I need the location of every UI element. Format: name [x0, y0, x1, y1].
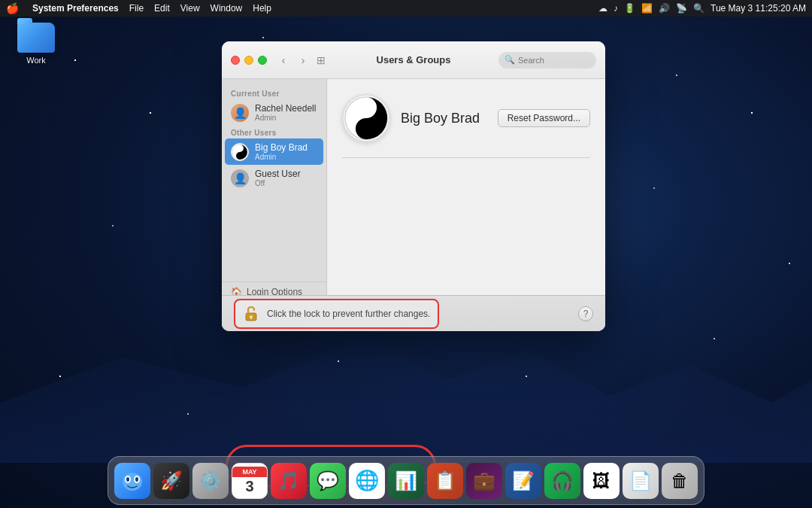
menu-view[interactable]: View [180, 3, 200, 14]
main-panel: Big Boy Brad Reset Password... Allow use… [327, 79, 605, 331]
bigboy-avatar [231, 143, 249, 161]
menubar-left: 🍎 System Preferences File Edit View Wind… [6, 2, 271, 14]
current-user-label: Current User [222, 87, 326, 99]
menubar: 🍎 System Preferences File Edit View Wind… [0, 0, 812, 17]
dock-icon-finder[interactable] [114, 463, 150, 499]
back-button[interactable]: ‹ [276, 53, 291, 68]
search-menu-icon[interactable]: 🔍 [693, 3, 704, 14]
divider [342, 157, 590, 158]
menu-help[interactable]: Help [253, 3, 271, 14]
search-bar[interactable]: 🔍 [498, 52, 596, 68]
window-bottom: Click the lock to prevent further change… [222, 295, 605, 331]
svg-point-14 [135, 477, 138, 482]
dock: 🚀 ⚙️ MAY 3 🎵 💬 🌐 📊 📋 💼 📝 🎧 🖼 📄 🗑 [108, 456, 704, 505]
maximize-button[interactable] [258, 56, 267, 65]
desktop: 🍎 System Preferences File Edit View Wind… [0, 0, 812, 508]
window-title: Users & Groups [377, 54, 451, 65]
guest-avatar: 👤 [231, 169, 249, 187]
wifi-icon: 📶 [641, 3, 653, 14]
folder-label: Work [26, 56, 45, 65]
menubar-right: ☁ ♪ 🔋 📶 🔊 📡 🔍 Tue May 3 11:25:20 AM [598, 3, 806, 14]
help-button[interactable]: ? [578, 306, 593, 321]
reset-password-button[interactable]: Reset Password... [498, 109, 590, 127]
dock-icon-powerpoint[interactable]: 📋 [427, 463, 463, 499]
svg-point-2 [238, 154, 241, 157]
dock-icon-calendar[interactable]: MAY 3 [232, 463, 268, 499]
sidebar-item-rachel[interactable]: 👤 Rachel Needell Admin [222, 99, 326, 126]
bigboy-name: Big Boy Brad [255, 142, 308, 153]
rachel-avatar: 👤 [231, 104, 249, 122]
dropbox-icon: ☁ [598, 3, 607, 14]
search-icon: 🔍 [504, 55, 515, 65]
dock-icon-slack[interactable]: 💼 [466, 463, 502, 499]
dock-icon-photos[interactable]: 🖼 [583, 463, 620, 499]
svg-point-5 [362, 124, 370, 132]
sidebar-item-bigboy[interactable]: Big Boy Brad Admin [225, 138, 323, 165]
dock-icon-music[interactable]: 🎵 [271, 463, 307, 499]
guest-role: Off [255, 179, 301, 187]
search-input[interactable] [518, 56, 590, 65]
lock-icon-container [243, 305, 261, 323]
user-header: Big Boy Brad Reset Password... [342, 94, 590, 142]
rachel-info: Rachel Needell Admin [255, 103, 316, 122]
clock: Tue May 3 11:25:20 AM [710, 3, 806, 14]
bigboy-info: Big Boy Brad Admin [255, 142, 308, 161]
menu-file[interactable]: File [129, 3, 144, 14]
dock-icon-messages[interactable]: 💬 [310, 463, 346, 499]
lock-text: Click the lock to prevent further change… [267, 309, 430, 319]
close-button[interactable] [231, 56, 240, 65]
battery-icon: 🔋 [624, 3, 635, 14]
app-name[interactable]: System Preferences [32, 3, 119, 14]
selected-yin-yang [344, 96, 389, 141]
folder-icon [17, 23, 55, 53]
finder-face-icon [120, 469, 144, 493]
grid-button[interactable]: ⊞ [314, 53, 329, 68]
users-groups-window: ‹ › ⊞ Users & Groups 🔍 Current User 👤 [222, 41, 605, 331]
other-users-label: Other Users [222, 126, 326, 138]
svg-point-1 [238, 147, 241, 150]
rachel-name: Rachel Needell [255, 103, 316, 114]
guest-info: Guest User Off [255, 169, 301, 187]
dock-icon-trash[interactable]: 🗑 [662, 463, 698, 499]
selected-user-name: Big Boy Brad [401, 111, 480, 126]
sidebar-item-guest[interactable]: 👤 Guest User Off [222, 165, 326, 191]
guest-name: Guest User [255, 169, 301, 179]
dock-icon-launchpad[interactable]: 🚀 [153, 463, 189, 499]
selected-user-avatar [342, 94, 390, 142]
yin-yang-icon [232, 143, 248, 161]
window-controls [231, 56, 267, 65]
svg-point-4 [362, 103, 370, 111]
dock-icon-chrome[interactable]: 🌐 [349, 463, 385, 499]
window-content: Current User 👤 Rachel Needell Admin Othe… [222, 79, 605, 331]
bluetooth-icon: 📡 [676, 3, 687, 14]
dock-icon-spotify[interactable]: 🎧 [544, 463, 580, 499]
audio-icon: ♪ [614, 3, 618, 14]
svg-rect-8 [250, 317, 252, 319]
bigboy-role: Admin [255, 153, 308, 161]
dock-icon-excel[interactable]: 📊 [388, 463, 424, 499]
volume-icon: 🔊 [659, 3, 670, 14]
dock-icon-preview[interactable]: 📄 [623, 463, 659, 499]
menu-window[interactable]: Window [211, 3, 243, 14]
rachel-role: Admin [255, 114, 316, 122]
apple-menu[interactable]: 🍎 [6, 2, 19, 14]
dock-icon-system-preferences[interactable]: ⚙️ [192, 463, 229, 499]
window-nav: ‹ › [276, 53, 311, 68]
lock-icon [244, 306, 260, 322]
minimize-button[interactable] [244, 56, 253, 65]
lock-area[interactable]: Click the lock to prevent further change… [234, 299, 439, 329]
forward-button[interactable]: › [295, 53, 311, 68]
sidebar: Current User 👤 Rachel Needell Admin Othe… [222, 79, 327, 331]
dock-icon-word[interactable]: 📝 [505, 463, 541, 499]
svg-point-13 [126, 477, 129, 482]
work-folder[interactable]: Work [10, 23, 62, 65]
menu-edit[interactable]: Edit [154, 3, 170, 14]
window-titlebar: ‹ › ⊞ Users & Groups 🔍 [222, 41, 605, 79]
